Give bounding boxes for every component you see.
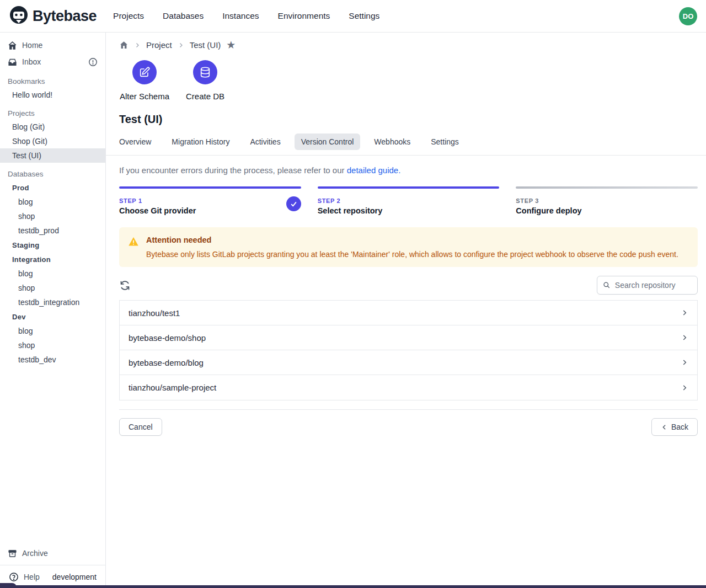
tab-settings[interactable]: Settings bbox=[424, 133, 466, 150]
repository-list: tianzhou/test1 bytebase-demo/shop byteba… bbox=[119, 300, 698, 400]
sidebar-bookmark-hello-world[interactable]: Hello world! bbox=[0, 88, 105, 102]
search-box bbox=[597, 276, 698, 295]
step-1-title: Choose Git provider bbox=[119, 206, 301, 215]
repo-row-bytebase-demo-blog[interactable]: bytebase-demo/blog bbox=[120, 350, 697, 375]
breadcrumb-current: Test (UI) bbox=[190, 40, 221, 50]
tab-migration-history[interactable]: Migration History bbox=[165, 133, 236, 150]
tab-webhooks[interactable]: Webhooks bbox=[367, 133, 417, 150]
sidebar-db-dev-testdb[interactable]: testdb_dev bbox=[0, 352, 105, 367]
sidebar-db-integration-testdb[interactable]: testdb_integration bbox=[0, 295, 105, 309]
avatar[interactable]: DO bbox=[679, 7, 697, 25]
refresh-icon[interactable] bbox=[119, 280, 131, 291]
detailed-guide-link[interactable]: detailed guide. bbox=[347, 165, 401, 175]
breadcrumb-home-icon[interactable] bbox=[119, 40, 129, 50]
back-button[interactable]: Back bbox=[651, 418, 698, 436]
notice-text: If you encounter errors during the proce… bbox=[119, 165, 345, 175]
repo-row-tianzhou-sample-project[interactable]: tianzhou/sample-project bbox=[120, 375, 697, 400]
sidebar-item-home[interactable]: Home bbox=[0, 37, 105, 54]
sidebar-project-blog-git[interactable]: Blog (Git) bbox=[0, 120, 105, 134]
attention-banner: Attention needed Bytebase only lists Git… bbox=[119, 227, 698, 267]
bytebase-logo[interactable]: Bytebase bbox=[9, 5, 97, 27]
step-2-bar bbox=[318, 186, 500, 189]
edit-schema-icon bbox=[138, 66, 151, 78]
repo-name: bytebase-demo/shop bbox=[129, 333, 206, 343]
repo-name: tianzhou/test1 bbox=[129, 308, 180, 318]
repo-row-bytebase-demo-shop[interactable]: bytebase-demo/shop bbox=[120, 325, 697, 350]
help-button[interactable]: Help bbox=[9, 572, 40, 582]
back-label: Back bbox=[671, 423, 688, 431]
star-icon[interactable]: ★ bbox=[226, 40, 236, 50]
page-title: Test (UI) bbox=[119, 113, 698, 126]
nav-settings[interactable]: Settings bbox=[349, 11, 379, 21]
sidebar-databases-header: Databases bbox=[0, 167, 105, 180]
top-nav-links: Projects Databases Instances Environment… bbox=[113, 11, 379, 21]
help-label: Help bbox=[24, 573, 40, 581]
sidebar-env-staging: Staging bbox=[0, 238, 105, 252]
chevron-right-icon bbox=[134, 42, 141, 49]
step-indicator: STEP 1 Choose Git provider STEP 2 Select… bbox=[119, 186, 698, 215]
create-db-label: Create DB bbox=[186, 92, 224, 101]
sidebar-db-prod-blog[interactable]: blog bbox=[0, 195, 105, 209]
quick-actions: Alter Schema Create DB bbox=[119, 60, 698, 101]
step-1: STEP 1 Choose Git provider bbox=[119, 186, 301, 215]
step-1-label: STEP 1 bbox=[119, 197, 301, 204]
sidebar-db-integration-blog[interactable]: blog bbox=[0, 266, 105, 281]
project-tabs: Overview Migration History Activities Ve… bbox=[113, 133, 698, 150]
nav-projects[interactable]: Projects bbox=[113, 11, 144, 21]
chevron-right-icon bbox=[681, 334, 688, 341]
sidebar-inbox-label: Inbox bbox=[22, 57, 41, 66]
version-label: development bbox=[52, 573, 97, 581]
sidebar-item-inbox[interactable]: Inbox bbox=[0, 54, 105, 70]
help-icon bbox=[9, 572, 19, 582]
nav-environments[interactable]: Environments bbox=[278, 11, 330, 21]
search-icon bbox=[603, 281, 611, 290]
warning-icon bbox=[128, 236, 139, 259]
nav-databases[interactable]: Databases bbox=[163, 11, 204, 21]
sidebar-env-integration: Integration bbox=[0, 252, 105, 266]
create-db-button[interactable]: Create DB bbox=[180, 60, 231, 101]
archive-icon bbox=[8, 549, 17, 558]
breadcrumb-project[interactable]: Project bbox=[146, 40, 172, 50]
step-2-label: STEP 2 bbox=[318, 197, 500, 204]
search-repository-input[interactable] bbox=[615, 281, 692, 290]
sidebar-db-dev-blog[interactable]: blog bbox=[0, 324, 105, 338]
database-icon bbox=[199, 66, 211, 78]
sidebar-db-prod-testdb[interactable]: testdb_prod bbox=[0, 223, 105, 238]
sidebar-env-prod: Prod bbox=[0, 180, 105, 195]
sidebar-db-prod-shop[interactable]: shop bbox=[0, 209, 105, 223]
step-3-title: Configure deploy bbox=[516, 206, 698, 215]
repository-toolbar bbox=[119, 276, 698, 295]
main-content: Project Test (UI) ★ Alter Schema C bbox=[106, 33, 706, 588]
step-2-title: Select repository bbox=[318, 206, 500, 215]
step-3: STEP 3 Configure deploy bbox=[516, 186, 698, 215]
inbox-icon bbox=[8, 57, 17, 67]
chevron-right-icon bbox=[681, 384, 688, 392]
sidebar-archive-label: Archive bbox=[22, 549, 48, 558]
sidebar-project-test-ui[interactable]: Test (UI) bbox=[0, 148, 105, 163]
sidebar-db-integration-shop[interactable]: shop bbox=[0, 281, 105, 295]
nav-instances[interactable]: Instances bbox=[222, 11, 259, 21]
sidebar-env-dev: Dev bbox=[0, 309, 105, 324]
alter-schema-button[interactable]: Alter Schema bbox=[119, 60, 170, 101]
tab-version-control[interactable]: Version Control bbox=[295, 133, 361, 150]
sidebar-project-shop-git[interactable]: Shop (Git) bbox=[0, 134, 105, 148]
tabs-divider bbox=[106, 155, 706, 156]
sidebar-db-dev-shop[interactable]: shop bbox=[0, 338, 105, 352]
tab-overview[interactable]: Overview bbox=[113, 133, 158, 150]
banner-body: Bytebase only lists GitLab projects gran… bbox=[146, 250, 678, 259]
footer-divider bbox=[119, 409, 698, 410]
step-3-bar bbox=[516, 186, 698, 189]
sidebar-projects-header: Projects bbox=[0, 106, 105, 120]
cancel-button[interactable]: Cancel bbox=[119, 418, 162, 436]
chevron-left-icon bbox=[661, 424, 668, 431]
sidebar: Home Inbox Bookmarks Hello world! Projec… bbox=[0, 33, 106, 588]
alter-schema-label: Alter Schema bbox=[120, 92, 169, 101]
bottom-overlay-bar bbox=[0, 585, 706, 588]
step-1-bar bbox=[119, 186, 301, 189]
logo-wordmark: Bytebase bbox=[33, 8, 97, 25]
home-icon bbox=[8, 41, 17, 50]
tab-activities[interactable]: Activities bbox=[243, 133, 287, 150]
repo-row-tianzhou-test1[interactable]: tianzhou/test1 bbox=[120, 301, 697, 325]
sidebar-item-archive[interactable]: Archive bbox=[0, 545, 105, 562]
cancel-label: Cancel bbox=[129, 423, 153, 431]
